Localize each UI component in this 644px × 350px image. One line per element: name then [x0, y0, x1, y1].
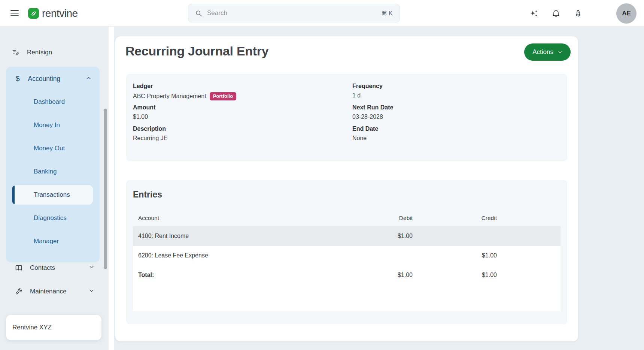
avatar-initials: AE — [622, 10, 631, 17]
search-input[interactable] — [207, 9, 376, 17]
main-content-card: Recurring Journal Entry Actions Ledger A… — [115, 36, 578, 341]
chevron-up-icon — [86, 75, 91, 83]
chevron-down-icon — [89, 264, 94, 272]
table-header-row: Account Debit Credit — [133, 210, 561, 226]
sidebar-item-diagnostics[interactable]: Diagnostics — [6, 208, 100, 228]
entries-table: Account Debit Credit 4100: Rent Income $… — [133, 210, 561, 311]
field-label: Frequency — [352, 83, 567, 90]
table-footer-spacer — [133, 285, 561, 311]
total-label: Total: — [133, 272, 323, 278]
sidebar-item-label: Rentsign — [27, 49, 52, 56]
search-bar[interactable]: ⌘ K — [188, 4, 400, 22]
sidebar-item-dashboard[interactable]: Dashboard — [6, 92, 100, 112]
sidebar-item-accounting[interactable]: $ Accounting — [6, 70, 100, 87]
sidebar-item-label: Money Out — [34, 145, 65, 152]
cell-credit: $1.00 — [413, 252, 497, 259]
sidebar-item-label: Transactions — [34, 191, 70, 199]
rentvine-logo[interactable]: rentvine — [28, 0, 78, 27]
field-value: $1.00 — [133, 114, 352, 120]
active-indicator-bar — [12, 185, 15, 205]
field-label: Next Run Date — [352, 104, 567, 111]
field-label: End Date — [352, 126, 567, 132]
chevron-down-icon — [558, 50, 562, 55]
actions-button-label: Actions — [532, 48, 553, 56]
leaf-icon — [28, 8, 39, 19]
chevron-down-icon — [89, 288, 94, 295]
details-left-column: Ledger ABC Property Management Portfolio… — [133, 83, 352, 147]
field-value: 03-28-2028 — [352, 114, 567, 120]
table-total-row: Total: $1.00 $1.00 — [133, 265, 561, 285]
cell-account: 4100: Rent Income — [133, 233, 323, 239]
entries-heading: Entries — [133, 190, 561, 200]
signature-icon — [12, 49, 19, 56]
field-value: None — [352, 135, 567, 142]
search-icon — [195, 10, 202, 17]
page-title: Recurring Journal Entry — [125, 44, 268, 58]
sidebar-item-label: Maintenance — [30, 288, 66, 295]
sidebar: Rentsign $ Accounting Dashboard Money In… — [0, 27, 111, 350]
column-header-credit: Credit — [413, 215, 497, 221]
field-next-run-date: Next Run Date 03-28-2028 — [352, 104, 567, 122]
sidebar-item-banking[interactable]: Banking — [6, 162, 100, 181]
total-debit: $1.00 — [323, 272, 413, 278]
table-row[interactable]: 6200: Lease Fee Expense $1.00 — [133, 246, 561, 265]
sidebar-item-label: Accounting — [28, 75, 61, 83]
field-frequency: Frequency 1 d — [352, 83, 567, 101]
sidebar-item-contacts[interactable]: Contacts — [15, 260, 94, 275]
field-description: Description Recurring JE — [133, 126, 352, 144]
sidebar-item-label: Manager — [34, 238, 59, 245]
sidebar-item-label: Contacts — [30, 264, 55, 272]
field-label: Ledger — [133, 83, 352, 90]
avatar[interactable]: AE — [616, 3, 637, 24]
sidebar-scrollbar[interactable] — [104, 109, 107, 269]
total-credit: $1.00 — [413, 272, 497, 278]
table-row[interactable]: 4100: Rent Income $1.00 — [133, 226, 561, 246]
sidebar-item-manager[interactable]: Manager — [6, 232, 100, 251]
actions-button[interactable]: Actions — [524, 43, 571, 61]
sidebar-item-label: Banking — [34, 168, 57, 175]
portfolio-badge: Portfolio — [210, 92, 236, 100]
field-value: 1 d — [352, 92, 567, 99]
column-header-debit: Debit — [323, 215, 413, 221]
content-gutter — [109, 27, 114, 350]
details-card: Ledger ABC Property Management Portfolio… — [126, 74, 567, 161]
cell-debit: $1.00 — [323, 233, 413, 239]
wrench-icon — [15, 288, 22, 295]
sidebar-item-label: Diagnostics — [34, 214, 67, 222]
field-label: Description — [133, 126, 352, 132]
book-icon — [15, 264, 22, 272]
dollar-icon: $ — [16, 75, 20, 83]
sidebar-item-money-in[interactable]: Money In — [6, 115, 100, 135]
field-ledger: Ledger ABC Property Management Portfolio — [133, 83, 352, 101]
cell-account: 6200: Lease Fee Expense — [133, 252, 323, 259]
sidebar-item-rentsign[interactable]: Rentsign — [12, 45, 94, 60]
field-label: Amount — [133, 104, 352, 111]
field-value: ABC Property Management — [133, 93, 206, 100]
top-navbar: rentvine ⌘ K — [0, 0, 644, 27]
details-right-column: Frequency 1 d Next Run Date 03-28-2028 E… — [352, 83, 567, 147]
sparkles-icon[interactable] — [529, 9, 538, 18]
sidebar-item-maintenance[interactable]: Maintenance — [15, 284, 94, 299]
column-header-account: Account — [133, 215, 323, 221]
sidebar-item-label: Money In — [34, 121, 60, 129]
entries-card: Entries Account Debit Credit 4100: Rent … — [126, 180, 567, 324]
sidebar-item-transactions[interactable]: Transactions — [12, 185, 93, 205]
rocket-icon[interactable] — [574, 9, 583, 18]
workspace-switcher[interactable]: Rentvine XYZ — [6, 315, 101, 340]
keyboard-shortcut-hint: ⌘ K — [381, 10, 393, 17]
bell-icon[interactable] — [552, 9, 561, 18]
hamburger-menu-icon[interactable] — [10, 9, 19, 17]
sidebar-item-money-out[interactable]: Money Out — [6, 139, 100, 158]
field-amount: Amount $1.00 — [133, 104, 352, 122]
sidebar-item-label: Dashboard — [34, 98, 65, 106]
workspace-name: Rentvine XYZ — [12, 324, 52, 331]
sidebar-group-accounting: $ Accounting Dashboard Money In Money Ou… — [6, 67, 100, 262]
field-value: Recurring JE — [133, 135, 352, 142]
field-end-date: End Date None — [352, 126, 567, 144]
brand-name: rentvine — [42, 7, 78, 19]
